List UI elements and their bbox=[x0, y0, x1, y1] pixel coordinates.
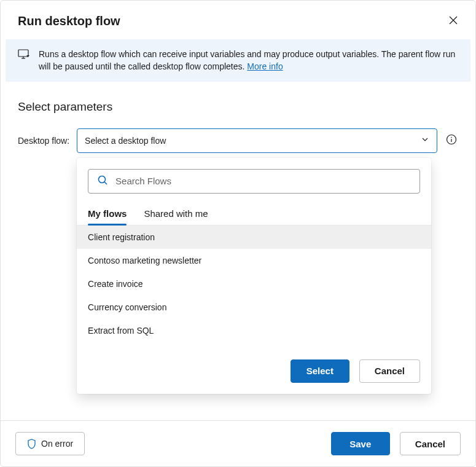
dialog-header: Run desktop flow bbox=[1, 1, 475, 39]
svg-line-6 bbox=[104, 182, 107, 184]
popover-actions: Select Cancel bbox=[88, 359, 420, 383]
search-box[interactable] bbox=[88, 169, 420, 194]
banner-text: Runs a desktop flow which can receive in… bbox=[39, 48, 458, 73]
desktop-flow-field-row: Desktop flow: Select a desktop flow bbox=[18, 128, 458, 153]
close-icon bbox=[448, 15, 458, 25]
flow-picker-popover: My flows Shared with me Client registrat… bbox=[77, 158, 431, 394]
flow-item-client-registration[interactable]: Client registration bbox=[77, 226, 431, 249]
save-button[interactable]: Save bbox=[331, 432, 390, 455]
svg-point-5 bbox=[99, 176, 106, 182]
cancel-button[interactable]: Cancel bbox=[400, 432, 461, 455]
flow-item-create-invoice[interactable]: Create invoice bbox=[77, 272, 431, 296]
desktop-flow-dropdown-wrap: Select a desktop flow bbox=[77, 128, 437, 153]
search-input[interactable] bbox=[115, 176, 411, 186]
desktop-flow-label: Desktop flow: bbox=[18, 136, 69, 146]
search-icon bbox=[97, 175, 108, 188]
flow-tabs: My flows Shared with me bbox=[77, 203, 431, 226]
footer-actions: Save Cancel bbox=[331, 432, 461, 455]
on-error-label: On error bbox=[41, 439, 73, 449]
close-button[interactable] bbox=[446, 13, 461, 29]
info-icon bbox=[446, 134, 457, 145]
section-heading: Select parameters bbox=[18, 100, 458, 114]
dialog-title: Run desktop flow bbox=[18, 14, 120, 28]
dialog-footer: On error Save Cancel bbox=[1, 420, 475, 466]
svg-point-9 bbox=[451, 137, 452, 138]
chevron-down-icon bbox=[421, 135, 429, 146]
flow-item-currency-conversion[interactable]: Currency conversion bbox=[77, 296, 431, 319]
tab-my-flows[interactable]: My flows bbox=[88, 203, 127, 225]
flow-item-contoso-newsletter[interactable]: Contoso marketing newsletter bbox=[77, 249, 431, 272]
dropdown-placeholder: Select a desktop flow bbox=[85, 136, 166, 146]
flow-item-extract-from-sql[interactable]: Extract from SQL bbox=[77, 319, 431, 342]
popover-cancel-button[interactable]: Cancel bbox=[359, 359, 420, 383]
flow-list: Client registration Contoso marketing ne… bbox=[77, 226, 431, 342]
more-info-link[interactable]: More info bbox=[247, 61, 283, 71]
desktop-flow-dropdown[interactable]: Select a desktop flow bbox=[77, 128, 437, 153]
run-desktop-flow-dialog: Run desktop flow Runs a desktop flow whi… bbox=[0, 0, 476, 467]
tab-shared-with-me[interactable]: Shared with me bbox=[144, 203, 208, 225]
info-banner: Runs a desktop flow which can receive in… bbox=[6, 39, 470, 82]
dialog-body: Select parameters Desktop flow: Select a… bbox=[1, 82, 475, 420]
shield-icon bbox=[27, 439, 36, 449]
field-info-button[interactable] bbox=[445, 133, 458, 148]
desktop-flow-icon bbox=[18, 49, 30, 73]
select-button[interactable]: Select bbox=[291, 359, 349, 383]
on-error-button[interactable]: On error bbox=[15, 432, 85, 455]
